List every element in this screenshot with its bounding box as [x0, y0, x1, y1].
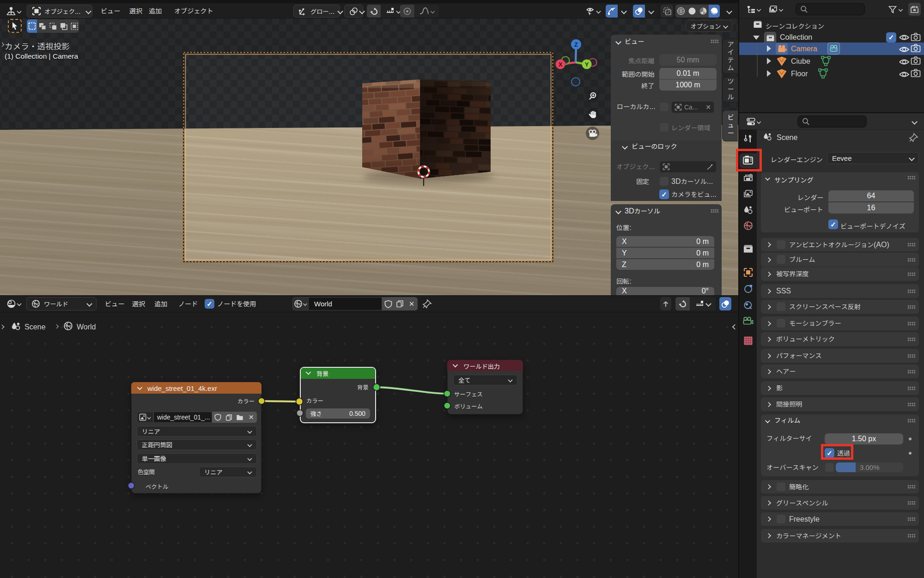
- svg-text:Z: Z: [574, 41, 578, 48]
- svg-text:Y: Y: [585, 61, 589, 68]
- svg-text:X: X: [559, 61, 563, 68]
